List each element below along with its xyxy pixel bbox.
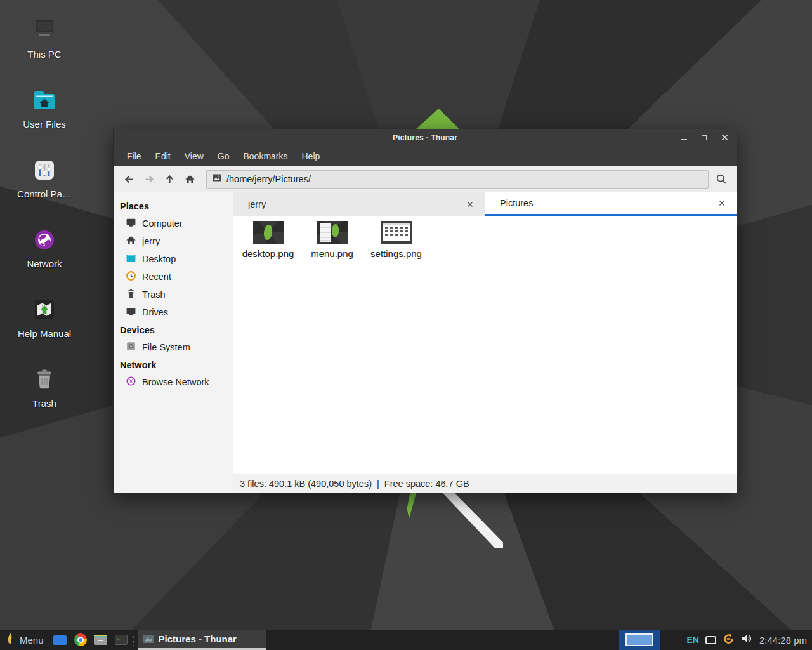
path-bar[interactable]: /home/jerry/Pictures/ [206,170,709,189]
menu-file[interactable]: File [120,147,148,165]
tab-close-icon[interactable] [464,199,476,210]
sidebar-item-label: File System [142,342,190,352]
close-icon[interactable] [717,129,731,145]
desktop-icon-control-panel[interactable]: Control Pa… [9,155,80,225]
sidebar-item-recent[interactable]: Recent [114,268,233,286]
workspace-switcher[interactable] [619,630,660,650]
menu-button[interactable]: Menu [0,630,50,650]
menu-button-label: Menu [20,635,44,646]
sidebar-item-drives[interactable]: Drives [114,303,233,321]
desktop-icon-label: Control Pa… [17,189,72,199]
desktop-screenshot-thumbnail [253,221,284,244]
window-titlebar[interactable]: Pictures - Thunar [114,129,737,145]
sidebar-item-label: Recent [142,272,171,282]
minimize-icon[interactable] [677,129,691,145]
update-icon[interactable] [723,633,735,647]
sidebar-header-devices: Devices [114,321,233,338]
desktop-icon-label: User Files [23,119,66,129]
file-name: desktop.png [242,248,294,259]
file-manager-icon[interactable] [91,630,111,650]
desktop-icon-trash[interactable]: Trash [9,364,80,434]
desktop-icon-column: This PC User Files [9,15,80,434]
sidebar-item-label: jerry [142,236,160,246]
desktop-icon [126,253,136,265]
thunar-window: Pictures - Thunar File Edit View Go Book… [113,129,737,493]
network-globe-icon [29,225,60,255]
status-bar: 3 files: 490.1 kB (490,050 bytes) | Free… [233,474,737,493]
settings-screenshot-thumbnail [381,221,412,244]
sidebar-item-label: Desktop [142,254,176,264]
search-icon[interactable] [709,169,734,189]
home-icon [126,235,136,248]
tab-close-icon[interactable] [716,197,728,209]
image-window-icon [143,635,154,643]
sidebar-item-jerry[interactable]: jerry [114,232,233,250]
menu-screenshot-thumbnail [317,221,348,244]
tab-label: jerry [248,199,464,209]
show-desktop-icon[interactable] [50,630,70,650]
file-item-menu-png[interactable]: menu.png [300,221,364,259]
menu-go[interactable]: Go [211,147,237,165]
taskbar-clock[interactable]: 2:44:28 pm [759,635,807,646]
menubar: File Edit View Go Bookmarks Help [114,145,737,166]
tasklist-grip[interactable] [133,635,136,646]
image-file-icon [212,173,222,185]
taskbar: Menu >_ Pictures - Thunar EN 2:44:28 [0,630,812,650]
desktop-icon-label: Help Manual [18,328,71,339]
file-item-desktop-png[interactable]: desktop.png [236,221,300,259]
desktop-icon-network[interactable]: Network [9,225,80,295]
sidebar-item-file-system[interactable]: File System [114,338,233,356]
menu-edit[interactable]: Edit [148,147,178,165]
drives-icon [126,306,136,319]
sidebar-item-desktop[interactable]: Desktop [114,250,233,268]
menu-help[interactable]: Help [295,147,327,165]
file-name: settings.png [370,248,422,259]
file-item-settings-png[interactable]: settings.png [364,221,428,259]
up-icon[interactable] [159,169,180,189]
recent-clock-icon [126,270,136,283]
sidebar-item-label: Browse Network [142,377,209,387]
menu-bookmarks[interactable]: Bookmarks [236,147,294,165]
file-name: menu.png [311,248,353,259]
desktop-icon-label: This PC [27,49,61,60]
file-list-view[interactable]: desktop.png menu.png settings.png [233,216,737,474]
path-value[interactable]: /home/jerry/Pictures/ [226,174,311,184]
sidebar-item-label: Drives [142,307,168,317]
help-manual-icon [29,295,60,325]
sidebar-item-computer[interactable]: Computer [114,215,233,232]
home-icon[interactable] [180,169,200,189]
user-files-folder-icon [29,85,60,116]
sidebar: Places Computer jerry Desktop [114,192,233,493]
menu-view[interactable]: View [178,147,211,165]
maximize-icon[interactable] [697,129,711,145]
tab-label: Pictures [500,198,716,208]
trash-can-icon [29,364,60,395]
trash-icon [126,288,136,301]
window-title: Pictures - Thunar [393,133,457,142]
desktop-icon-this-pc[interactable]: This PC [9,15,80,85]
task-button-pictures-thunar[interactable]: Pictures - Thunar [138,630,266,650]
forward-icon[interactable] [139,169,159,189]
workspace-1[interactable] [625,633,653,646]
tab-jerry[interactable]: jerry [233,192,485,216]
keyboard-layout-indicator[interactable]: EN [686,635,698,645]
system-tray: EN [686,633,752,647]
desktop-icon-user-files[interactable]: User Files [9,85,80,155]
this-pc-icon [29,15,60,46]
status-text: 3 files: 490.1 kB (490,050 bytes) | Free… [240,479,469,489]
sidebar-item-browse-network[interactable]: Browse Network [114,373,233,391]
task-button-label: Pictures - Thunar [159,633,237,644]
tab-pictures[interactable]: Pictures [485,192,737,216]
desktop-icon-help-manual[interactable]: Help Manual [9,295,80,364]
chrome-icon[interactable] [70,630,91,650]
screen-icon[interactable] [705,636,716,644]
linuxlite-feather-icon [6,632,15,647]
back-icon[interactable] [119,169,139,189]
terminal-icon[interactable]: >_ [111,630,131,650]
sidebar-header-network: Network [114,356,233,373]
desktop-icon-label: Network [27,258,62,269]
computer-icon [126,217,136,230]
sidebar-header-places: Places [114,197,233,215]
sidebar-item-trash[interactable]: Trash [114,286,233,303]
volume-icon[interactable] [741,633,752,646]
